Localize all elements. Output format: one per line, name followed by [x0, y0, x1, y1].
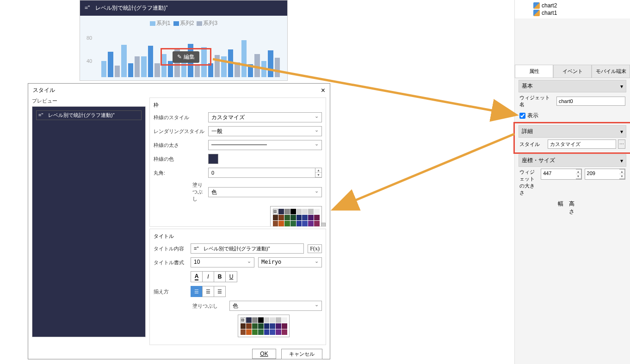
- align-buttons: ☰ ☰ ☰: [191, 286, 226, 297]
- radius-input[interactable]: [208, 168, 315, 178]
- style-label: スタイル: [519, 141, 546, 148]
- width-spinner[interactable]: ▲▼: [576, 169, 581, 179]
- border-color-swatch[interactable]: [208, 154, 218, 164]
- rendering-label: レンダリングスタイル: [154, 128, 204, 135]
- frame-title: 枠: [154, 102, 322, 109]
- title-fill-label: 塗りつぶし: [154, 303, 226, 309]
- y-tick: 40: [86, 58, 92, 64]
- title-color-palette[interactable]: ▨: [238, 315, 290, 337]
- bold-button[interactable]: B: [214, 271, 226, 282]
- settings-pane: 枠 枠線のスタイル カスタマイズ レンダリングスタイル 一般 枠線の太さ 枠線の…: [149, 97, 326, 345]
- height-spinner[interactable]: ▲▼: [619, 169, 625, 179]
- coord-header[interactable]: 座標・サイズ▾: [519, 154, 626, 167]
- property-tabs: 属性 イベント モバイル端末: [515, 65, 630, 78]
- dialog-footer: OK キャンセル: [28, 345, 330, 363]
- align-left-button[interactable]: ☰: [191, 286, 203, 297]
- border-width-select[interactable]: [208, 140, 322, 150]
- frame-color-palette[interactable]: ▨: [270, 206, 322, 227]
- edit-button[interactable]: ✎ 編集: [173, 51, 199, 63]
- svg-line-1: [335, 134, 514, 209]
- show-label: 表示: [527, 112, 538, 120]
- tree-item[interactable]: chart2: [533, 2, 630, 9]
- preview-label: プレビュー: [32, 97, 146, 104]
- border-style-label: 枠線のスタイル: [154, 114, 204, 121]
- fill-label: 塗りつぶし: [154, 182, 204, 202]
- title-section: タイトル タイトル内容 F(x) タイトル書式 10 Meiryo A I: [149, 229, 326, 345]
- align-label: 揃え方: [154, 288, 187, 295]
- preview-area: =" レベル別で統計(グラフ連動)": [32, 106, 146, 337]
- show-checkbox[interactable]: [519, 113, 525, 119]
- style-dialog: スタイル × プレビュー =" レベル別で統計(グラフ連動)" 枠 枠線のスタイ…: [28, 83, 330, 359]
- formula-button[interactable]: F(x): [308, 244, 322, 253]
- edit-icon: ✎: [177, 54, 182, 60]
- dialog-titlebar: スタイル ×: [28, 84, 330, 97]
- fill-select[interactable]: 色: [208, 187, 322, 197]
- cancel-button[interactable]: キャンセル: [281, 349, 322, 359]
- title-content-label: タイトル内容: [154, 245, 187, 252]
- height-input[interactable]: [585, 169, 619, 177]
- radius-label: 丸角:: [154, 170, 204, 176]
- font-name-select[interactable]: Meiryo: [258, 257, 322, 267]
- close-icon[interactable]: ×: [321, 86, 325, 95]
- underline-button[interactable]: U: [225, 271, 237, 282]
- detail-header[interactable]: 詳細▾: [519, 125, 626, 138]
- rendering-select[interactable]: 一般: [208, 126, 322, 136]
- preview-pane: プレビュー =" レベル別で統計(グラフ連動)": [32, 97, 146, 345]
- align-right-button[interactable]: ☰: [214, 286, 226, 297]
- title-format-label: タイトル書式: [154, 259, 187, 266]
- size-label: ウィジェットの大きさ: [519, 169, 539, 196]
- format-buttons: A I B U: [191, 271, 237, 282]
- ok-button[interactable]: OK: [252, 349, 276, 359]
- italic-button[interactable]: I: [202, 271, 214, 282]
- border-color-label: 枠線の色: [154, 156, 204, 163]
- frame-section: 枠 枠線のスタイル カスタマイズ レンダリングスタイル 一般 枠線の太さ 枠線の…: [149, 97, 326, 227]
- properties-panel: chart2 chart1 属性 イベント モバイル端末 基本▾ ウィジェット名…: [514, 0, 630, 364]
- width-input[interactable]: [541, 169, 575, 177]
- radius-spinner[interactable]: ▲▼: [315, 168, 322, 178]
- style-more-button[interactable]: ⋯: [618, 140, 625, 149]
- title-section-label: タイトル: [154, 233, 322, 240]
- chart-icon: [533, 10, 540, 16]
- title-content-input[interactable]: [191, 243, 304, 254]
- basic-header[interactable]: 基本▾: [519, 80, 626, 92]
- scrollbar-thumb[interactable]: [321, 223, 326, 227]
- widget-name-label: ウィジェット名: [519, 94, 555, 108]
- chart-legend: 系列1 系列2 系列3: [87, 19, 280, 27]
- collapse-icon: ▾: [620, 158, 623, 164]
- title-fill-select[interactable]: 色: [229, 301, 322, 311]
- width-label: 幅: [556, 200, 565, 208]
- tree-item[interactable]: chart1: [533, 9, 630, 17]
- chart-title: =" レベル別で統計(グラフ連動)": [80, 0, 287, 16]
- edit-button-highlight: ✎ 編集: [161, 48, 211, 66]
- preview-title: =" レベル別で統計(グラフ連動)": [36, 110, 142, 120]
- widget-name-input[interactable]: [556, 97, 625, 106]
- collapse-icon: ▾: [620, 128, 623, 135]
- component-tree: chart2 chart1: [515, 0, 630, 18]
- chart-icon: [533, 2, 540, 9]
- font-size-select[interactable]: 10: [191, 257, 254, 267]
- height-label: 高さ: [568, 200, 576, 216]
- font-color-button[interactable]: A: [191, 271, 203, 282]
- border-width-label: 枠線の太さ: [154, 142, 204, 149]
- collapse-icon: ▾: [620, 83, 623, 90]
- tab-mobile[interactable]: モバイル端末: [592, 65, 630, 78]
- border-style-select[interactable]: カスタマイズ: [208, 112, 322, 122]
- tab-events[interactable]: イベント: [553, 65, 592, 78]
- tab-attributes[interactable]: 属性: [515, 65, 553, 78]
- style-input[interactable]: [548, 140, 616, 149]
- dialog-title-text: スタイル: [33, 86, 55, 95]
- detail-highlight: 詳細▾ スタイル ⋯: [513, 122, 630, 154]
- chart-preview: =" レベル別で統計(グラフ連動)" 系列1 系列2 系列3 80 40: [80, 0, 288, 81]
- align-center-button[interactable]: ☰: [202, 286, 214, 297]
- y-tick: 80: [86, 35, 92, 41]
